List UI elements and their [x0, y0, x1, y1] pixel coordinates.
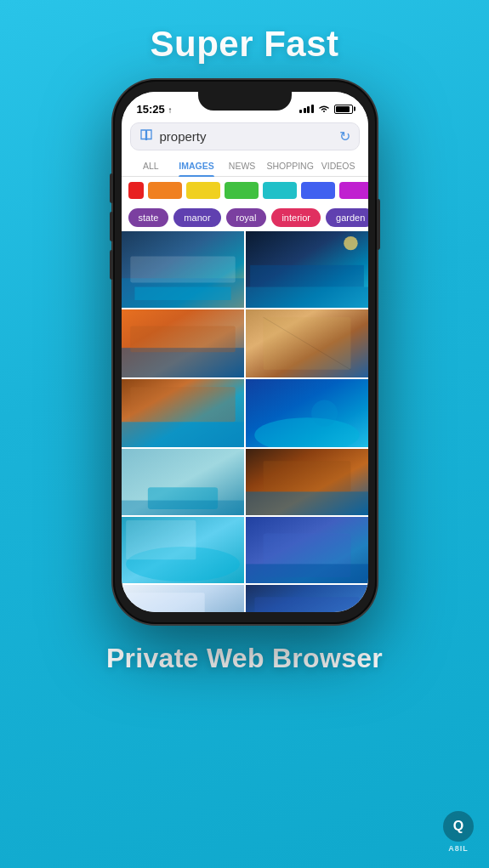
- property-image-7[interactable]: [122, 449, 244, 515]
- swatch-yellow[interactable]: [186, 182, 220, 199]
- svg-rect-28: [126, 520, 196, 559]
- svg-rect-3: [134, 287, 230, 300]
- volume-down-button: [110, 212, 113, 241]
- tab-images[interactable]: IMAGES: [173, 156, 219, 176]
- svg-rect-22: [122, 501, 244, 515]
- search-bar-container: property ↻: [122, 119, 368, 156]
- tab-news[interactable]: NEWS: [219, 156, 265, 176]
- page-title: Super Fast: [150, 24, 338, 65]
- search-bar[interactable]: property ↻: [130, 122, 360, 150]
- svg-rect-36: [254, 597, 359, 612]
- svg-rect-10: [130, 326, 235, 352]
- image-grid: [122, 231, 368, 612]
- image-grid-row-3: [122, 379, 368, 447]
- svg-point-7: [344, 236, 357, 250]
- search-query: property: [160, 129, 333, 144]
- property-image-12[interactable]: [246, 585, 368, 612]
- svg-rect-15: [122, 422, 244, 447]
- status-time: 15:25 ↑: [137, 103, 173, 116]
- location-icon: ↑: [168, 105, 172, 115]
- swatch-red[interactable]: [128, 182, 144, 199]
- tag-garden[interactable]: garden: [326, 208, 367, 227]
- svg-rect-2: [130, 257, 235, 283]
- property-image-11[interactable]: [122, 585, 244, 612]
- svg-rect-24: [246, 491, 368, 515]
- property-image-5[interactable]: [122, 379, 244, 447]
- bottom-title: Private Web Browser: [106, 643, 383, 674]
- status-icons: [299, 105, 353, 114]
- swatch-purple[interactable]: [339, 182, 368, 199]
- tag-manor[interactable]: manor: [173, 208, 220, 227]
- tags-row: state manor royal interior garden: [122, 204, 368, 231]
- image-grid-row-4: [122, 449, 368, 515]
- silent-switch: [110, 250, 113, 280]
- swatch-teal[interactable]: [263, 182, 297, 199]
- nav-tabs: ALL IMAGES NEWS SHOPPING VIDEOS: [122, 156, 368, 177]
- color-swatches: [122, 177, 368, 204]
- watermark-text: A8IL: [448, 844, 469, 853]
- notch: [198, 92, 292, 111]
- property-image-2[interactable]: [246, 231, 368, 308]
- phone-wrapper: 15:25 ↑: [113, 80, 377, 624]
- tag-interior[interactable]: interior: [271, 208, 321, 227]
- battery-icon: [334, 105, 353, 114]
- svg-rect-16: [130, 387, 235, 422]
- watermark-circle: Q: [443, 811, 474, 842]
- property-image-9[interactable]: [122, 517, 244, 583]
- swatch-green[interactable]: [225, 182, 259, 199]
- tab-all[interactable]: ALL: [128, 156, 174, 176]
- phone-screen: 15:25 ↑: [122, 92, 368, 612]
- svg-rect-31: [246, 564, 368, 583]
- svg-point-19: [311, 400, 338, 427]
- tag-state[interactable]: state: [128, 208, 169, 227]
- image-grid-row-2: [122, 309, 368, 377]
- swatch-blue[interactable]: [301, 182, 335, 199]
- wifi-icon: [318, 105, 330, 113]
- svg-rect-6: [246, 287, 368, 308]
- svg-rect-9: [122, 348, 244, 377]
- property-image-3[interactable]: [122, 309, 244, 377]
- tag-royal[interactable]: royal: [226, 208, 267, 227]
- image-grid-row-1: [122, 231, 368, 308]
- signal-icon: [299, 105, 314, 113]
- image-grid-row-5: [122, 517, 368, 583]
- refresh-icon[interactable]: ↻: [339, 128, 350, 145]
- svg-rect-5: [250, 265, 364, 287]
- property-image-6[interactable]: [246, 379, 368, 447]
- svg-rect-34: [126, 593, 205, 612]
- book-icon: [139, 129, 153, 145]
- svg-rect-25: [263, 461, 350, 491]
- property-image-8[interactable]: [246, 449, 368, 515]
- image-grid-row-6: [122, 585, 368, 612]
- watermark-logo: Q: [453, 819, 463, 834]
- tab-videos[interactable]: VIDEOS: [316, 156, 361, 176]
- property-image-4[interactable]: [246, 309, 368, 377]
- volume-up-button: [110, 173, 113, 203]
- power-button: [377, 199, 380, 250]
- watermark: Q A8IL: [443, 811, 474, 853]
- tab-shopping[interactable]: SHOPPING: [264, 156, 315, 176]
- property-image-1[interactable]: [122, 231, 244, 308]
- swatch-orange[interactable]: [148, 182, 182, 199]
- property-image-10[interactable]: [246, 517, 368, 583]
